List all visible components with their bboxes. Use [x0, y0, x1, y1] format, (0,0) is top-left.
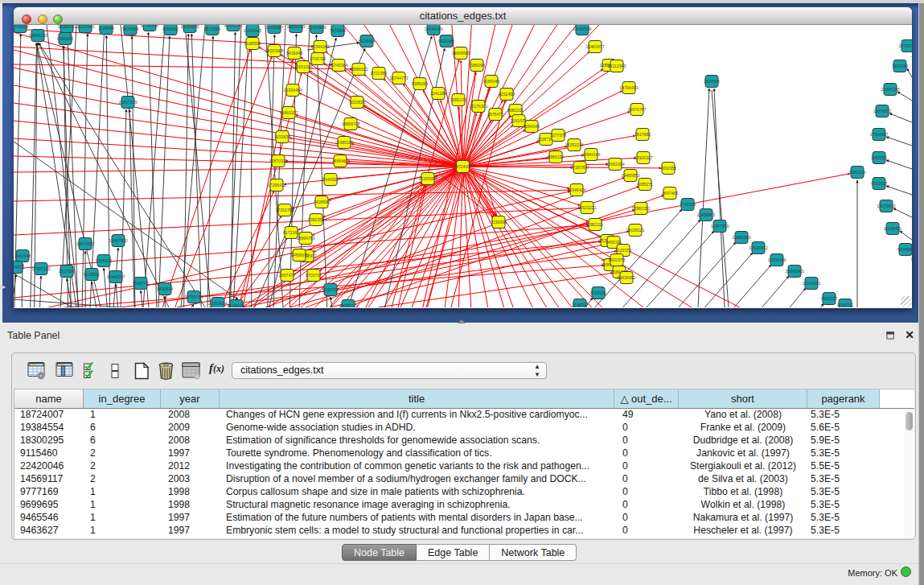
svg-text:4165048: 4165048	[483, 79, 499, 84]
svg-text:3382132: 3382132	[450, 97, 466, 102]
svg-text:4666460: 4666460	[332, 159, 348, 163]
svg-text:4302355: 4302355	[660, 166, 676, 171]
svg-text:6128434: 6128434	[359, 39, 375, 43]
svg-text:15588301: 15588301	[57, 25, 76, 29]
svg-text:15212940: 15212940	[607, 64, 626, 68]
svg-text:14509728: 14509728	[341, 122, 359, 126]
svg-text:5219822: 5219822	[84, 272, 100, 277]
svg-text:8172169: 8172169	[283, 230, 299, 235]
svg-text:13529912: 13529912	[749, 245, 767, 250]
svg-text:18874652: 18874652	[76, 241, 94, 246]
svg-text:18034339: 18034339	[286, 25, 305, 29]
svg-text:3642648: 3642648	[14, 253, 31, 258]
svg-text:5703737: 5703737	[306, 273, 322, 278]
svg-text:11459463: 11459463	[697, 212, 716, 217]
svg-text:16670747: 16670747	[627, 107, 646, 112]
svg-text:19095773: 19095773	[339, 303, 357, 307]
svg-text:8931579: 8931579	[609, 257, 625, 262]
svg-text:17295412: 17295412	[267, 183, 285, 187]
svg-text:9343522: 9343522	[322, 177, 339, 182]
svg-text:2817683: 2817683	[634, 132, 651, 137]
svg-text:4285271: 4285271	[637, 182, 653, 187]
svg-text:14658665: 14658665	[451, 51, 470, 56]
svg-text:8721369: 8721369	[371, 71, 387, 76]
svg-text:9034686: 9034686	[897, 247, 912, 252]
svg-text:12344269: 12344269	[310, 44, 329, 49]
svg-text:4570554: 4570554	[204, 27, 220, 31]
svg-text:3261579: 3261579	[511, 118, 527, 123]
svg-text:8188594: 8188594	[244, 41, 261, 46]
svg-text:7674349: 7674349	[330, 28, 346, 33]
svg-text:18724007: 18724007	[454, 164, 472, 169]
svg-text:14636992: 14636992	[617, 275, 635, 280]
svg-text:6540741: 6540741	[133, 281, 149, 286]
svg-text:7428696: 7428696	[314, 200, 330, 204]
svg-text:18795716: 18795716	[898, 43, 912, 48]
svg-text:4743069: 4743069	[14, 25, 28, 29]
svg-text:3874052: 3874052	[14, 265, 24, 270]
svg-text:8389269: 8389269	[412, 81, 428, 86]
svg-text:17394887: 17394887	[869, 132, 888, 137]
svg-text:22926327: 22926327	[634, 155, 652, 160]
svg-text:16870338: 16870338	[269, 159, 287, 163]
svg-text:13546466: 13546466	[424, 27, 442, 31]
svg-text:5060227: 5060227	[821, 296, 837, 301]
svg-text:14387959: 14387959	[710, 224, 729, 229]
svg-text:21981592: 21981592	[224, 25, 242, 27]
svg-text:8986110: 8986110	[548, 154, 564, 159]
svg-text:9382113: 9382113	[587, 222, 603, 227]
svg-text:9318332: 9318332	[837, 303, 853, 307]
svg-text:15700199: 15700199	[767, 257, 786, 262]
svg-text:20740364: 20740364	[329, 63, 347, 68]
svg-text:5439648: 5439648	[286, 51, 302, 56]
svg-text:8106768: 8106768	[322, 287, 339, 292]
svg-text:21353914: 21353914	[208, 301, 227, 306]
svg-text:6420686: 6420686	[438, 39, 454, 43]
svg-text:18034970: 18034970	[180, 25, 199, 29]
svg-text:22176301: 22176301	[469, 104, 487, 109]
svg-text:19093688: 19093688	[265, 48, 283, 53]
svg-text:19448347: 19448347	[106, 274, 125, 279]
svg-text:2975475: 2975475	[487, 112, 503, 117]
svg-text:19465853: 19465853	[621, 173, 639, 178]
svg-text:17287807: 17287807	[570, 165, 589, 170]
svg-text:20334454: 20334454	[283, 88, 302, 93]
svg-text:15198153: 15198153	[227, 303, 245, 307]
svg-text:20744773: 20744773	[389, 76, 408, 80]
svg-text:16947830: 16947830	[109, 238, 127, 243]
svg-text:21097245: 21097245	[881, 87, 899, 92]
svg-text:10346424: 10346424	[567, 187, 585, 192]
svg-text:8682011: 8682011	[507, 108, 524, 113]
svg-text:18994763: 18994763	[296, 236, 314, 241]
svg-text:11014145: 11014145	[244, 28, 262, 33]
svg-text:13179613: 13179613	[877, 204, 895, 208]
svg-text:20161026: 20161026	[294, 64, 312, 69]
svg-text:17307133: 17307133	[31, 266, 50, 271]
svg-text:14456679: 14456679	[290, 253, 308, 257]
svg-text:15155998: 15155998	[418, 176, 437, 181]
svg-text:18366963: 18366963	[785, 269, 803, 274]
svg-text:1019189: 1019189	[892, 64, 908, 68]
svg-text:2943646: 2943646	[704, 79, 720, 84]
svg-text:16149361: 16149361	[802, 281, 820, 286]
svg-text:19139121: 19139121	[626, 228, 644, 233]
svg-text:1108894: 1108894	[98, 26, 114, 31]
svg-text:6994562: 6994562	[162, 27, 179, 31]
svg-text:16860207: 16860207	[279, 110, 298, 115]
svg-text:4252458: 4252458	[499, 92, 515, 97]
svg-text:3322386: 3322386	[59, 269, 75, 274]
svg-text:1241284: 1241284	[430, 91, 446, 96]
svg-text:7382351: 7382351	[308, 217, 324, 222]
svg-text:9893824: 9893824	[157, 286, 173, 291]
svg-text:15463677: 15463677	[585, 44, 604, 49]
svg-text:18705794: 18705794	[184, 295, 203, 299]
svg-text:21433649: 21433649	[307, 25, 326, 30]
svg-text:9837869: 9837869	[122, 27, 138, 31]
svg-text:2054043: 2054043	[524, 124, 540, 129]
svg-text:19098556: 19098556	[573, 27, 591, 31]
svg-text:16523222: 16523222	[577, 205, 596, 210]
svg-text:10344146: 10344146	[581, 152, 600, 157]
svg-text:20037339: 20037339	[118, 100, 137, 105]
svg-text:1495191: 1495191	[606, 240, 622, 245]
svg-text:22882351: 22882351	[631, 206, 650, 211]
